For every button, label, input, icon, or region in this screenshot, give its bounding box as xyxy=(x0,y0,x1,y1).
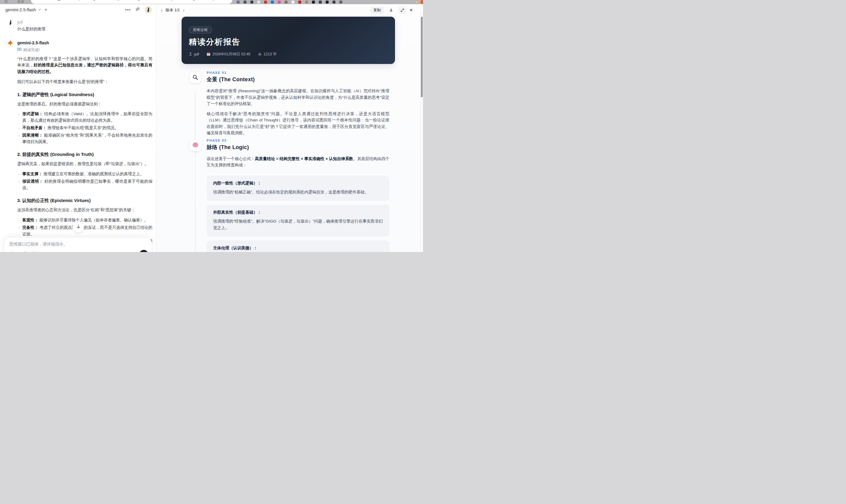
next-version-button[interactable]: › xyxy=(183,8,184,13)
phase-title: 脉络 (The Logic) xyxy=(207,144,389,151)
browser-profile-avatar[interactable] xyxy=(415,0,418,4)
svg-text:17: 17 xyxy=(208,54,210,55)
extension-icon[interactable] xyxy=(278,1,281,4)
report-meta: jeff 17 2026年01月08日 02:45 1 xyxy=(189,52,387,57)
bullet-list: 形式逻辑： 结构必须有效（Valid）。比如演绎推理中，如果前提全部为真，那么通… xyxy=(17,111,153,145)
lede-text: 我们可以从以下四个维度来衡量什么是“好的推理”： xyxy=(17,78,153,85)
user-name: jeff xyxy=(17,20,153,25)
attach-plus-icon[interactable] xyxy=(9,251,14,252)
extension-icon[interactable] xyxy=(339,1,342,4)
model-name: gemini-2.5-flash xyxy=(5,7,36,12)
section-heading: 3. 认知的公正性 (Epistemic Virtues) xyxy=(17,197,153,204)
report-title: 精读分析报告 xyxy=(189,37,387,47)
bullet-list: 事实支撑： 推理建立在可靠的数据、准确的观测或公认的真理之上。 假设透明： 好的… xyxy=(17,171,153,191)
version-label: 版本 1/1 xyxy=(165,7,180,13)
extension-icon[interactable] xyxy=(264,1,267,4)
list-item: 不自相矛盾： 推理链条中不能出现“既是又非”的情况。 xyxy=(22,125,153,131)
chat-panel: gemini-2.5-flash + ••• xyxy=(0,4,156,252)
formula-bold: 高质量结论 = 结构完整性 × 事实准确性 × 认知自律系数 xyxy=(255,157,353,161)
message-composer[interactable]: 思维接口已就绪，请传输指令。 xyxy=(4,237,152,252)
phase-kicker: PHASE 02 xyxy=(207,139,389,142)
phase-title: 全景 (The Context) xyxy=(207,76,389,83)
more-options-button[interactable]: ••• xyxy=(125,7,131,12)
scrollbar-thumb[interactable] xyxy=(421,17,423,97)
artifact-header: ‹ 版本 1/1 › 复制 ✕ xyxy=(156,4,423,16)
user-message: jeff 什么是好的推理 xyxy=(7,19,153,32)
extension-icon[interactable] xyxy=(305,1,308,4)
section-lead: 这涉及推理者的心态和方法论，也是区分“杠精”和“思想家”的关键： xyxy=(17,207,153,213)
composer-placeholder: 思维接口已就绪，请传输指令。 xyxy=(9,241,146,247)
address-bar[interactable] xyxy=(31,0,232,4)
model-settings-icon[interactable] xyxy=(135,6,140,13)
artifact-document: 思维过程 精读分析报告 jeff 17 xyxy=(156,16,420,252)
chat-header: gemini-2.5-flash + ••• xyxy=(0,4,156,14)
close-button[interactable]: ✕ xyxy=(409,8,413,13)
dimension-card: 外部真实性（前提基础）： 强调推理的“经验校准”。解决“GIGO（垃圾进，垃圾出… xyxy=(207,205,389,236)
assistant-message: gemini-2.5-flash 精读完成! “什么是好的推理？”这是一个涉及逻… xyxy=(7,40,153,252)
expand-button[interactable] xyxy=(398,6,406,14)
app-window: gemini-2.5-flash + ••• xyxy=(0,0,423,252)
grid-icon[interactable] xyxy=(21,1,23,3)
extension-icon[interactable] xyxy=(257,1,260,4)
browser-corner-icon[interactable] xyxy=(420,0,423,4)
extension-icon[interactable] xyxy=(250,1,253,4)
bookmark-icon[interactable] xyxy=(32,251,36,252)
scroll-to-bottom-button[interactable] xyxy=(73,221,84,233)
assistant-name: gemini-2.5-flash xyxy=(17,40,153,45)
bar-chart-icon xyxy=(258,52,262,56)
list-item: 因果清晰： 能准确区分“相关性”和“因果关系”，不会轻率地将先后发生的事情归为因… xyxy=(22,132,153,145)
phase-paragraph: 核心情境在于解决“思考的随意性”问题。不论是人类通过批判性思维进行决策，还是大语… xyxy=(207,111,389,136)
phase-paragraph: 该论述基于一个核心公式：高质量结论 = 结构完整性 × 事实准确性 × 认知自律… xyxy=(207,156,389,168)
assistant-content: “什么是好的推理？”这是一个涉及逻辑学、认知科学和哲学核心的问题。简单来说，好的… xyxy=(17,56,153,252)
extension-icon[interactable] xyxy=(237,1,240,4)
extension-icon[interactable] xyxy=(312,1,315,4)
prev-version-button[interactable]: ‹ xyxy=(161,8,162,13)
report-word-count: 1213 字 xyxy=(258,52,277,57)
phase-section-2: PHASE 02 脉络 (The Logic) 该论述基于一个核心公式：高质量结… xyxy=(181,139,389,252)
account-avatar[interactable] xyxy=(145,6,152,13)
report-date: 17 2026年01月08日 02:45 xyxy=(207,52,250,57)
extension-icon[interactable] xyxy=(298,1,301,4)
extension-icon[interactable] xyxy=(326,1,329,4)
waveform-icon xyxy=(141,252,146,252)
list-item: 完备性： 考虑了对立的观点和潜在的反证，而不是只选择支持自己结论的证据。 xyxy=(22,224,153,237)
extension-icon[interactable] xyxy=(285,1,287,4)
section-lead: 这是推理的基石。好的推理必须遵循逻辑法则： xyxy=(17,101,153,107)
sparkle-diamonds-icon[interactable] xyxy=(23,251,28,252)
report-author: jeff xyxy=(189,52,199,56)
scrollbar-track[interactable] xyxy=(420,13,423,252)
report-hero-card: 思维过程 精读分析报告 jeff 17 xyxy=(181,17,395,64)
report-type-badge: 思维过程 xyxy=(189,26,212,33)
list-item: 形式逻辑： 结构必须有效（Valid）。比如演绎推理中，如果前提全部为真，那么通… xyxy=(22,111,153,124)
status-text: 精读完成! xyxy=(23,47,40,53)
new-chat-button[interactable]: + xyxy=(45,7,47,12)
list-item: 事实支撑： 推理建立在可靠的数据、准确的观测或公认的真理之上。 xyxy=(22,171,153,177)
download-button[interactable] xyxy=(387,6,395,14)
phase-paragraph: 本内容是对“推理 (Reasoning)”这一抽象概念的高层建模。在知识爆炸与人… xyxy=(207,88,389,107)
magnifier-icon xyxy=(189,71,201,83)
report-content: PHASE 01 全景 (The Context) 本内容是对“推理 (Reas… xyxy=(181,71,389,252)
reload-icon[interactable] xyxy=(5,0,7,3)
extension-icon[interactable] xyxy=(333,1,335,4)
list-item: 客观性： 能够识别并尽量排除个人偏见（如幸存者偏差、确认偏差）。 xyxy=(22,217,153,223)
phase-kicker: PHASE 01 xyxy=(207,71,389,74)
extension-icons-row xyxy=(237,1,342,4)
calendar-icon: 17 xyxy=(207,52,210,57)
extension-icon[interactable] xyxy=(271,1,274,4)
artifact-panel: ‹ 版本 1/1 › 复制 ✕ 思维过程 xyxy=(156,4,423,252)
dimension-card: 内部一致性（形式逻辑）： 强调推理的“机械正确”。结论必须在给定的规则系统内逻辑… xyxy=(207,176,389,201)
status-line: 精读完成! xyxy=(17,47,153,53)
copy-button[interactable]: 复制 xyxy=(370,6,384,14)
section-lead: 逻辑再完美，如果前提是错误的，推理也是垃圾（即“垃圾进，垃圾出”）。 xyxy=(17,161,153,167)
intro-bold-text: 好的推理是从已知信息出发，通过严密的逻辑路径，得出可靠且有说服力结论的过程。 xyxy=(17,63,153,74)
extension-icon[interactable] xyxy=(244,1,246,4)
extension-icon[interactable] xyxy=(292,1,295,4)
voice-input-button[interactable] xyxy=(139,250,148,252)
extension-icon[interactable] xyxy=(319,1,322,4)
list-item: 假设透明： 好的推理会明确指明哪些是已知事实，哪些是基于可能的假设。 xyxy=(22,178,153,191)
message-list: jeff 什么是好的推理 xyxy=(0,14,156,252)
grid-icon[interactable] xyxy=(18,1,20,3)
arrow-down-icon xyxy=(76,224,81,230)
model-selector[interactable]: gemini-2.5-flash xyxy=(5,7,41,13)
chevron-down-icon xyxy=(38,7,41,13)
